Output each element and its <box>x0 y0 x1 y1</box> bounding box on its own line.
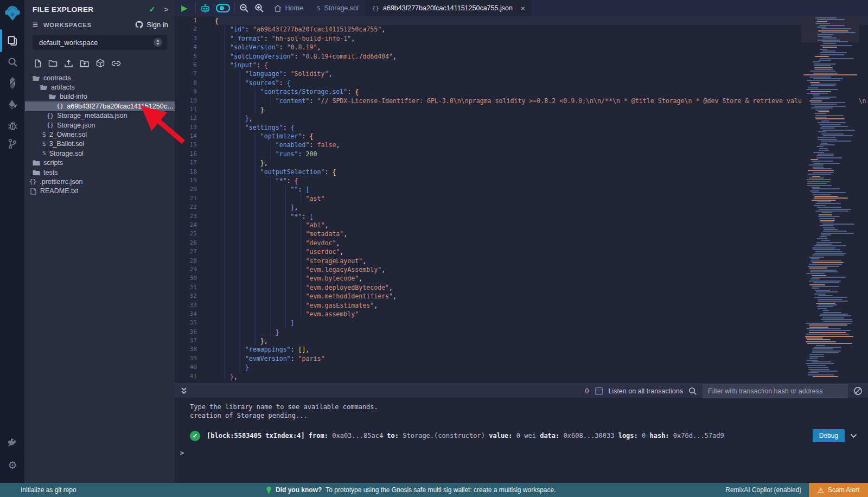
new-folder-icon[interactable] <box>48 59 58 67</box>
check-icon: ✓ <box>149 5 156 14</box>
tree-item-scripts[interactable]: scripts <box>25 158 175 168</box>
workspace-name: default_workspace <box>39 39 153 47</box>
status-bar: Initialize as git repo Did you know? To … <box>0 483 868 497</box>
tree-item-label: 2_Owner.sol <box>49 131 87 138</box>
tree-item-storage-sol[interactable]: SStorage.sol <box>25 149 175 158</box>
link-icon[interactable] <box>111 60 121 67</box>
code-line-35: ] <box>215 318 868 327</box>
git-init-status[interactable]: Initialize as git repo <box>0 486 76 494</box>
github-sign-in[interactable]: Sign in <box>135 21 168 29</box>
workspace-select[interactable]: default_workspace <box>33 35 167 50</box>
tip-text: To prototype using the Gnosis safe multi… <box>326 486 556 494</box>
tree-item-label: contracts <box>43 74 71 82</box>
select-spinner-icon[interactable] <box>153 37 163 47</box>
tree-item-build-info[interactable]: build-info <box>25 92 175 101</box>
tree-item-3-ballot-sol[interactable]: S3_Ballot.sol <box>25 139 175 149</box>
tree-item-tests[interactable]: tests <box>25 168 175 177</box>
workspaces-menu-icon[interactable]: ≡ <box>33 20 38 29</box>
solidity-file-icon: S <box>42 131 46 138</box>
expand-terminal-icon[interactable] <box>180 387 188 395</box>
folder-icon <box>33 169 40 176</box>
tab-storage-sol[interactable]: S Storage.sol <box>310 0 366 16</box>
new-file-icon[interactable] <box>34 59 42 68</box>
code-line-26: "devdoc", <box>215 239 868 247</box>
debug-button[interactable]: Debug <box>813 429 845 442</box>
tree-item-a69b43f277ba20fcac141151250ca7-[interactable]: {}a69b43f277ba20fcac141151250ca7... <box>25 101 175 111</box>
code-line-17: }, <box>215 158 868 167</box>
code-line-14: "optimizer": { <box>215 132 868 141</box>
home-icon <box>274 5 282 12</box>
tree-item-artifacts[interactable]: artifacts <box>25 82 175 92</box>
tree-item-storage-metadata-json[interactable]: {}Storage_metadata.json <box>25 111 175 120</box>
file-explorer-panel: FILE EXPLORER ✓ > ≡ WORKSPACES Sign in d… <box>25 0 175 483</box>
tree-item-label: artifacts <box>51 84 75 91</box>
close-tab-icon[interactable]: × <box>521 4 525 12</box>
collapse-chevron-icon[interactable]: > <box>164 5 168 14</box>
tip-title: Did you know? <box>276 486 322 494</box>
solidity-compiler-icon[interactable] <box>0 74 25 92</box>
listen-all-checkbox[interactable] <box>595 387 603 395</box>
terminal-info-line: Type the library name to see available c… <box>175 403 868 411</box>
code-line-32: "evm.methodIdentifiers", <box>215 292 868 301</box>
tree-item-readme-txt[interactable]: README.txt <box>25 187 175 196</box>
code-line-31: "evm.deployedBytecode", <box>215 283 868 292</box>
tree-item-2-owner-sol[interactable]: S2_Owner.sol <box>25 130 175 139</box>
terminal-search-icon <box>688 387 697 396</box>
folder-open-icon <box>40 84 48 91</box>
tree-item-label: .prettierrc.json <box>40 178 82 186</box>
solidity-file-icon: S <box>42 150 46 157</box>
code-line-11: } <box>215 105 868 114</box>
code-line-39: "evmVersion": "paris" <box>215 354 868 363</box>
cube-icon[interactable] <box>96 59 105 68</box>
zoom-out-icon[interactable] <box>239 3 249 13</box>
zoom-in-icon[interactable] <box>254 3 264 13</box>
run-script-button[interactable]: ▶ <box>178 3 191 13</box>
minimap-slider[interactable] <box>801 16 859 42</box>
code-editor[interactable]: 1234567891011121314151617181920212223242… <box>175 16 868 384</box>
code-line-10: "content": "// SPDX-License-Identifier: … <box>215 97 868 105</box>
code-line-36: } <box>215 328 868 336</box>
code-line-38: "remappings": [], <box>215 345 868 354</box>
terminal-output[interactable]: Type the library name to see available c… <box>175 398 868 483</box>
tree-item-label: Storage.json <box>57 122 95 129</box>
copilot-status[interactable]: RemixAI Copilot (enabled) <box>725 486 801 494</box>
transaction-filter-input[interactable] <box>703 384 848 398</box>
tree-item-label: a69b43f277ba20fcac141151250ca7... <box>67 103 175 110</box>
workspaces-label: WORKSPACES <box>43 22 135 28</box>
remix-ide-window: ⚙ FILE EXPLORER ✓ > ≡ WORKSPACES Sign in… <box>0 0 868 497</box>
clear-console-icon[interactable] <box>853 386 863 396</box>
copilot-toggle[interactable] <box>216 4 230 12</box>
remix-logo-icon[interactable] <box>0 3 25 23</box>
github-icon <box>135 21 143 29</box>
git-icon[interactable] <box>0 135 25 153</box>
tab-home[interactable]: Home <box>267 0 310 16</box>
code-line-16: "runs": 200 <box>215 150 868 158</box>
ai-copilot-robot-icon[interactable] <box>200 3 210 13</box>
code-line-20: "": [ <box>215 185 868 194</box>
file-explorer-icon[interactable] <box>0 31 25 50</box>
code-line-4: "solcVersion": "0.8.19", <box>215 43 868 52</box>
settings-gear-icon[interactable]: ⚙ <box>0 456 25 474</box>
json-file-icon: {} <box>47 122 54 129</box>
transaction-log-row[interactable]: ✓ [block:5583405 txIndex:4] from: 0xa03.… <box>190 429 857 442</box>
debugger-icon[interactable] <box>0 116 25 135</box>
scam-alert-label: Scam Alert <box>828 486 859 494</box>
upload-folder-icon[interactable] <box>80 59 90 67</box>
tree-item-label: build-info <box>60 93 87 100</box>
terminal-prompt[interactable]: > <box>180 449 184 457</box>
code-line-21: "ast" <box>215 194 868 203</box>
deploy-run-icon[interactable] <box>0 95 25 114</box>
file-icon <box>29 188 37 195</box>
tab-build-info-json[interactable]: {} a69b43f277ba20fcac141151250ca755.json… <box>366 0 532 16</box>
plugin-manager-icon[interactable] <box>0 433 25 451</box>
scam-alert-badge[interactable]: ⚠ Scam Alert <box>809 483 868 497</box>
tree-item--prettierrc-json[interactable]: {}.prettierrc.json <box>25 177 175 186</box>
tree-item-contracts[interactable]: contracts <box>25 73 175 82</box>
expand-tx-chevron-icon[interactable] <box>850 434 857 438</box>
search-icon[interactable] <box>0 53 25 71</box>
minimap[interactable] <box>801 16 859 384</box>
tree-item-storage-json[interactable]: {}Storage.json <box>25 120 175 130</box>
upload-file-icon[interactable] <box>64 59 73 68</box>
folder-open-icon <box>49 93 56 100</box>
code-line-27: "userdoc", <box>215 247 868 256</box>
